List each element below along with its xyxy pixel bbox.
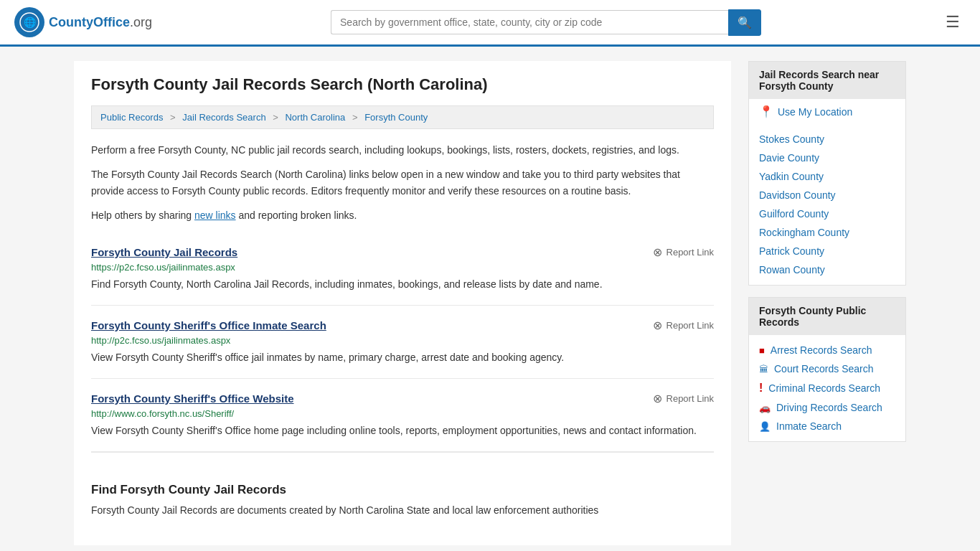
breadcrumb-sep-2: > <box>273 112 278 123</box>
davidson-county-link[interactable]: Davidson County <box>759 189 836 201</box>
find-section: Find Forsyth County Jail Records Forsyth… <box>91 452 714 531</box>
logo-area: 🌐 CountyOffice.org <box>14 7 152 37</box>
list-item-rockingham: Rockingham County <box>749 223 905 242</box>
report-icon-2: ⊗ <box>653 319 662 332</box>
use-my-location[interactable]: 📍 Use My Location <box>749 99 905 124</box>
list-item-guilford: Guilford County <box>749 204 905 223</box>
report-icon-3: ⊗ <box>653 392 662 405</box>
rowan-county-link[interactable]: Rowan County <box>759 264 825 276</box>
sidebar: Jail Records Search near Forsyth County … <box>748 61 906 545</box>
search-icon: 🔍 <box>738 17 752 29</box>
public-records-list: ■ Arrest Records Search 🏛 Court Records … <box>749 335 905 441</box>
main-content: Forsyth County Jail Records Search (Nort… <box>74 61 731 545</box>
result-desc-2: View Forsyth County Sheriff's office jai… <box>91 350 714 365</box>
breadcrumb-sep-3: > <box>352 112 358 123</box>
report-icon-1: ⊗ <box>653 245 662 259</box>
list-item-court: 🏛 Court Records Search <box>749 359 905 378</box>
report-link-1[interactable]: ⊗ Report Link <box>653 245 714 259</box>
result-url-1[interactable]: https://p2c.fcso.us/jailinmates.aspx <box>91 262 714 273</box>
criminal-records-link[interactable]: Criminal Records Search <box>768 382 880 394</box>
search-input[interactable] <box>331 10 728 34</box>
page-title: Forsyth County Jail Records Search (Nort… <box>91 75 714 94</box>
list-item-stokes: Stokes County <box>749 130 905 149</box>
court-records-link[interactable]: Court Records Search <box>774 363 874 375</box>
list-item-rowan: Rowan County <box>749 260 905 279</box>
list-item-davie: Davie County <box>749 149 905 167</box>
inmate-icon: 👤 <box>759 421 771 432</box>
arrest-records-link[interactable]: Arrest Records Search <box>771 344 872 356</box>
result-header-1: Forsyth County Jail Records ⊗ Report Lin… <box>91 245 714 259</box>
header: 🌐 CountyOffice.org 🔍 ☰ <box>0 0 980 47</box>
result-url-3[interactable]: http://www.co.forsyth.nc.us/Sheriff/ <box>91 408 714 419</box>
list-item-yadkin: Yadkin County <box>749 167 905 186</box>
svg-text:🌐: 🌐 <box>24 17 37 29</box>
find-section-heading: Find Forsyth County Jail Records <box>91 483 714 497</box>
list-item-driving: 🚗 Driving Records Search <box>749 398 905 417</box>
list-item-criminal: ! Criminal Records Search <box>749 378 905 398</box>
result-title-1[interactable]: Forsyth County Jail Records <box>91 246 237 258</box>
rockingham-county-link[interactable]: Rockingham County <box>759 227 849 238</box>
davie-county-link[interactable]: Davie County <box>759 152 819 164</box>
result-item-2: Forsyth County Sheriff's Office Inmate S… <box>91 306 714 379</box>
breadcrumb-link-public-records[interactable]: Public Records <box>100 112 163 123</box>
use-my-location-link[interactable]: Use My Location <box>778 106 852 118</box>
find-section-desc: Forsyth County Jail Records are document… <box>91 503 714 518</box>
logo-text: CountyOffice.org <box>49 15 152 30</box>
result-title-3[interactable]: Forsyth County Sheriff's Office Website <box>91 392 294 405</box>
description-3: Help others by sharing new links and rep… <box>91 207 714 223</box>
result-desc-1: Find Forsyth County, North Carolina Jail… <box>91 277 714 292</box>
stokes-county-link[interactable]: Stokes County <box>759 133 824 145</box>
result-desc-3: View Forsyth County Sheriff's Office hom… <box>91 423 714 438</box>
result-url-2[interactable]: http://p2c.fcso.us/jailinmates.aspx <box>91 335 714 346</box>
new-links[interactable]: new links <box>194 209 236 221</box>
breadcrumb-link-nc[interactable]: North Carolina <box>285 112 345 123</box>
driving-records-link[interactable]: Driving Records Search <box>776 402 882 413</box>
list-item-patrick: Patrick County <box>749 242 905 260</box>
sidebar-nearby-box: Jail Records Search near Forsyth County … <box>748 61 906 286</box>
search-button[interactable]: 🔍 <box>728 9 761 36</box>
content-wrap: Forsyth County Jail Records Search (Nort… <box>60 47 920 551</box>
court-icon: 🏛 <box>759 364 768 375</box>
list-item-arrest: ■ Arrest Records Search <box>749 341 905 359</box>
menu-button[interactable]: ☰ <box>940 10 966 34</box>
logo-icon: 🌐 <box>14 7 44 37</box>
breadcrumb: Public Records > Jail Records Search > N… <box>91 105 714 129</box>
result-item-3: Forsyth County Sheriff's Office Website … <box>91 379 714 452</box>
nearby-counties-list: Stokes County Davie County Yadkin County… <box>749 124 905 285</box>
guilford-county-link[interactable]: Guilford County <box>759 208 829 220</box>
report-link-2[interactable]: ⊗ Report Link <box>653 319 714 332</box>
patrick-county-link[interactable]: Patrick County <box>759 245 824 257</box>
breadcrumb-sep-1: > <box>170 112 176 123</box>
sidebar-public-records-box: Forsyth County Public Records ■ Arrest R… <box>748 297 906 442</box>
hamburger-icon: ☰ <box>946 13 960 31</box>
inmate-search-link[interactable]: Inmate Search <box>776 420 842 432</box>
description-1: Perform a free Forsyth County, NC public… <box>91 142 714 158</box>
list-item-davidson: Davidson County <box>749 186 905 204</box>
driving-icon: 🚗 <box>759 402 771 413</box>
sidebar-nearby-title: Jail Records Search near Forsyth County <box>749 62 905 99</box>
location-pin-icon: 📍 <box>759 105 773 118</box>
criminal-icon: ! <box>759 382 763 395</box>
result-header-3: Forsyth County Sheriff's Office Website … <box>91 392 714 405</box>
search-area: 🔍 <box>331 9 761 36</box>
list-item-inmate: 👤 Inmate Search <box>749 417 905 435</box>
report-link-3[interactable]: ⊗ Report Link <box>653 392 714 405</box>
result-title-2[interactable]: Forsyth County Sheriff's Office Inmate S… <box>91 319 326 331</box>
result-header-2: Forsyth County Sheriff's Office Inmate S… <box>91 319 714 332</box>
result-item-1: Forsyth County Jail Records ⊗ Report Lin… <box>91 232 714 306</box>
breadcrumb-link-jail-records[interactable]: Jail Records Search <box>182 112 265 123</box>
sidebar-public-records-title: Forsyth County Public Records <box>749 298 905 335</box>
arrest-icon: ■ <box>759 345 765 356</box>
breadcrumb-link-forsyth[interactable]: Forsyth County <box>364 112 428 123</box>
description-2: The Forsyth County Jail Records Search (… <box>91 166 714 199</box>
yadkin-county-link[interactable]: Yadkin County <box>759 171 824 182</box>
